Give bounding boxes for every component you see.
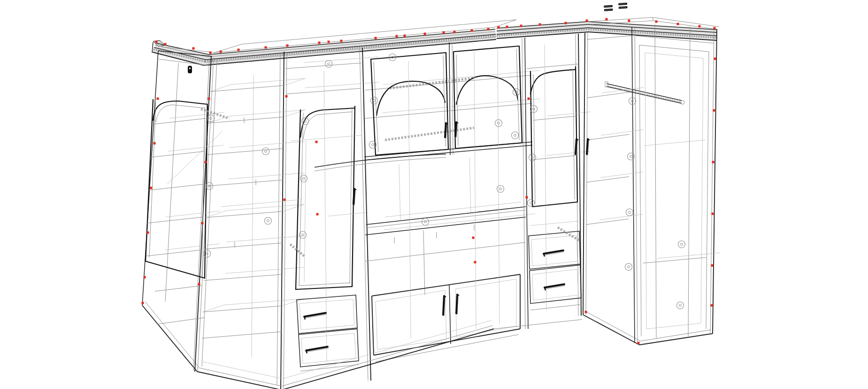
hinge-cup-center	[530, 202, 532, 204]
fitting-marker	[220, 51, 222, 53]
door-handle	[576, 139, 576, 154]
hinge-cup-icon	[626, 209, 633, 216]
hinge-cup-icon	[628, 153, 635, 160]
keyhole-icon	[188, 66, 192, 73]
shelves	[202, 78, 305, 338]
fitting-marker	[711, 304, 713, 307]
fitting-marker	[506, 26, 508, 28]
fitting-marker	[474, 261, 476, 264]
right-arched-door	[530, 67, 591, 207]
fitting-marker	[144, 276, 146, 279]
door-handle	[353, 189, 354, 204]
fitting-marker	[340, 40, 343, 42]
door-handle	[443, 296, 444, 315]
hinge-cup-icon	[677, 302, 684, 309]
fitting-marker	[424, 33, 426, 35]
cad-viewport[interactable]	[0, 0, 868, 389]
hinge-cup-icon	[497, 186, 504, 193]
fitting-marker	[147, 232, 149, 234]
fitting-marker	[638, 342, 640, 344]
hinge-cup-center	[681, 243, 683, 246]
fitting-marker	[201, 222, 204, 225]
hinge-cup-icon	[529, 154, 536, 161]
door-handle	[544, 250, 563, 254]
tv-niche	[315, 154, 526, 228]
corner-arch-door	[146, 100, 207, 278]
fitting-marker	[157, 98, 159, 100]
hinge-cup-icon	[300, 175, 307, 182]
fitting-marker	[487, 28, 490, 31]
hinge-cup-center	[424, 221, 427, 223]
fitting-marker	[565, 22, 567, 24]
fitting-marker	[498, 26, 500, 29]
fitting-marker	[375, 37, 377, 39]
hinge-cup-center	[267, 220, 269, 222]
fitting-marker	[142, 302, 144, 304]
right-corner-wardrobe	[583, 24, 720, 345]
fitting-marker	[453, 31, 456, 33]
cornice-left-tip	[153, 40, 165, 47]
fitting-marker	[711, 265, 714, 267]
fitting-marker	[539, 23, 541, 26]
door-handle	[455, 122, 456, 136]
hinge-cup-icon	[371, 97, 378, 104]
hinge-cup-center	[302, 234, 304, 236]
fitting-marker	[677, 23, 679, 25]
fitting-marker	[520, 25, 522, 27]
fitting-marker	[164, 43, 167, 46]
hinge-cup-center	[498, 122, 500, 124]
hinge-cup-center	[630, 156, 632, 158]
fitting-marker	[472, 237, 475, 239]
hinge-cup-center	[206, 253, 208, 255]
fitting-marker	[265, 47, 267, 49]
fitting-marker	[208, 98, 210, 100]
fitting-marker	[328, 41, 330, 43]
door-handle	[545, 284, 564, 288]
door-handle	[445, 123, 446, 137]
fitting-marker	[154, 142, 156, 145]
drawer-front	[299, 329, 359, 367]
fitting-markers	[142, 18, 716, 344]
fitting-marker	[285, 95, 288, 98]
hinge-cup-icon	[495, 120, 502, 127]
fitting-marker	[528, 98, 530, 100]
cad-drawing-area	[0, 0, 868, 389]
hinge-cup-icon	[262, 148, 269, 155]
hinge-cup-center	[328, 63, 330, 65]
fitting-marker	[150, 187, 153, 189]
left-drawer-stack	[297, 295, 359, 371]
fitting-marker	[526, 196, 528, 199]
hinge-cup-center	[265, 150, 267, 153]
right-drawer-stack	[529, 227, 581, 310]
fitting-marker	[699, 25, 701, 28]
left-tall-arched-door-column	[285, 48, 379, 381]
fastener-icon-1	[604, 5, 613, 11]
hinge-cup-center	[372, 144, 374, 146]
left-corner-display-cabinet	[142, 51, 229, 372]
fitting-marker	[714, 27, 716, 30]
fitting-marker	[286, 45, 289, 47]
left-arched-door	[290, 106, 355, 289]
fitting-marker	[155, 41, 158, 43]
hardware-icons	[604, 3, 628, 11]
fitting-marker	[712, 161, 714, 163]
hinge-cup-center	[629, 211, 631, 214]
hinge-cup-center	[210, 117, 212, 120]
fitting-marker	[713, 109, 715, 112]
fitting-marker	[628, 20, 630, 22]
hinge-cup-center	[303, 178, 305, 180]
center-upper-cabinet	[364, 42, 540, 160]
fitting-marker	[238, 49, 240, 51]
fitting-marker	[404, 35, 406, 37]
fitting-marker	[205, 161, 207, 163]
fitting-marker	[209, 52, 212, 54]
right-tall-arched-door-column	[522, 34, 591, 329]
fitting-marker	[315, 141, 318, 143]
fitting-marker	[655, 21, 658, 23]
base-cabinet	[365, 214, 535, 362]
fastener-icon-2	[618, 3, 628, 9]
fitting-marker	[606, 18, 608, 21]
hinge-cup-center	[514, 134, 516, 137]
door-handle	[587, 139, 588, 154]
hinge-cup-icon	[512, 132, 519, 139]
